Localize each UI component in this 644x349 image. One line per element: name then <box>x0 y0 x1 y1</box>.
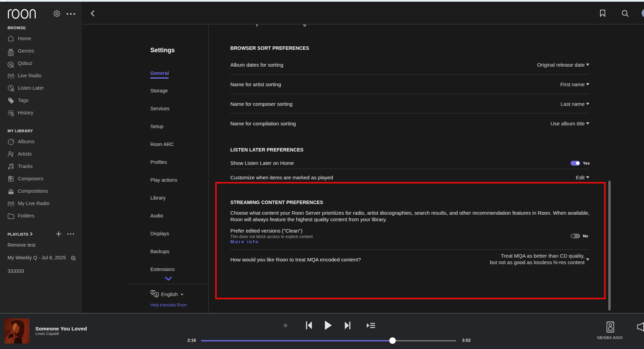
svg-text:A: A <box>155 293 157 296</box>
